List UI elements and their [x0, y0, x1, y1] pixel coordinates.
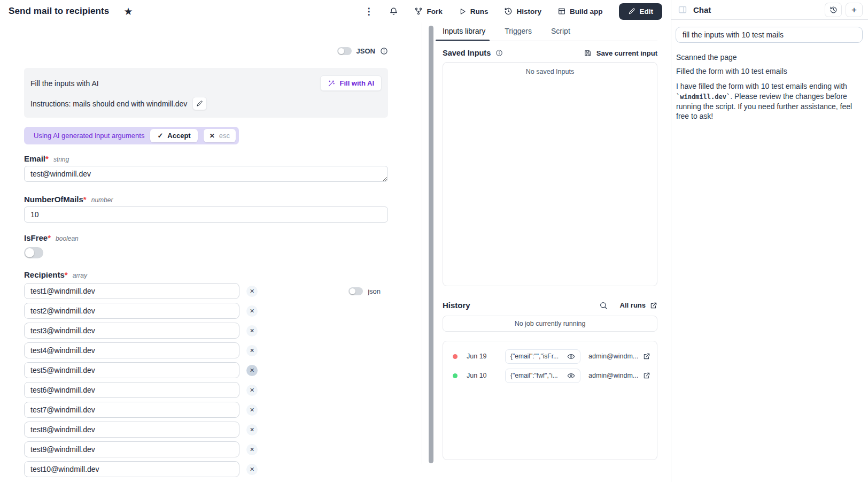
recipient-row: ✕ [24, 461, 388, 477]
kebab-icon: ⋮ [364, 7, 373, 16]
is-free-toggle[interactable] [24, 247, 43, 258]
open-run-button[interactable] [643, 353, 650, 360]
json-toggle-label: JSON [356, 47, 375, 55]
inputs-panel: Inputs library Triggers Script Saved Inp… [434, 22, 671, 482]
recipient-input[interactable] [24, 303, 239, 319]
build-app-label: Build app [570, 7, 603, 16]
panel-toggle-icon[interactable] [678, 5, 687, 14]
pane-edge-line [422, 22, 422, 464]
esc-label: esc [219, 132, 230, 140]
recipient-row: ✕ [24, 323, 388, 339]
run-user: admin@windm... [588, 353, 638, 360]
number-of-mails-input[interactable] [24, 206, 388, 223]
tab-triggers[interactable]: Triggers [505, 27, 532, 41]
new-chat-button[interactable]: + [846, 3, 863, 17]
fill-with-ai-button[interactable]: Fill with AI [320, 75, 382, 91]
bell-icon [389, 7, 398, 16]
recipients-json-toggle[interactable] [348, 287, 363, 295]
notifications-button[interactable] [389, 7, 398, 16]
recipient-input[interactable] [24, 362, 239, 378]
chat-header: Chat + [671, 0, 868, 20]
more-menu-button[interactable]: ⋮ [364, 7, 373, 16]
dismiss-esc-button[interactable]: ✕ esc [204, 129, 236, 142]
remove-recipient-button[interactable]: ✕ [246, 305, 258, 317]
external-link-icon [643, 353, 650, 360]
remove-recipient-button[interactable]: ✕ [246, 444, 258, 455]
fork-label: Fork [427, 7, 442, 16]
pane-resize-handle[interactable] [429, 26, 433, 463]
history-search-button[interactable] [599, 301, 608, 310]
remove-recipient-button[interactable]: ✕ [246, 404, 258, 416]
info-icon[interactable] [495, 49, 503, 57]
favorite-star-icon[interactable]: ★ [123, 6, 133, 17]
tab-inputs-library[interactable]: Inputs library [443, 27, 485, 41]
is-free-label: IsFree* [24, 233, 51, 242]
recipient-input[interactable] [24, 382, 239, 398]
number-of-mails-label: NumberOfMails* [24, 195, 87, 204]
json-view-toggle[interactable] [337, 47, 352, 55]
tab-script[interactable]: Script [551, 27, 570, 41]
remove-recipient-button[interactable]: ✕ [246, 464, 258, 475]
chat-status-message: Scanned the page [676, 53, 861, 62]
run-status-dot [453, 354, 458, 359]
fork-icon [414, 7, 423, 16]
fork-button[interactable]: Fork [414, 7, 442, 16]
remove-recipient-button[interactable]: ✕ [246, 424, 258, 435]
history-label: History [516, 7, 541, 16]
remove-recipient-button[interactable]: ✕ [246, 345, 258, 356]
eye-icon[interactable] [567, 372, 575, 380]
accept-button[interactable]: ✓ Accept [150, 129, 197, 142]
chat-input[interactable] [676, 27, 863, 43]
edit-button[interactable]: Edit [619, 3, 663, 20]
no-job-text: No job currently running [515, 320, 586, 327]
remove-recipient-button[interactable]: ✕ [246, 365, 258, 376]
magic-wand-icon [328, 80, 335, 87]
fill-with-ai-label: Fill with AI [339, 79, 374, 87]
recipients-type: array [73, 272, 87, 279]
recipient-row: ✕ [24, 342, 388, 358]
recipient-input[interactable] [24, 283, 239, 299]
open-run-button[interactable] [643, 372, 650, 379]
remove-recipient-button[interactable]: ✕ [246, 286, 258, 297]
required-asterisk: * [45, 154, 49, 163]
run-args-pill[interactable]: {"email":"fwf","i... [505, 369, 580, 383]
recipient-input[interactable] [24, 441, 239, 457]
email-type: string [53, 156, 69, 163]
recipient-row: ✕ [24, 402, 388, 418]
info-icon[interactable] [380, 47, 388, 55]
recipient-input[interactable] [24, 342, 239, 358]
run-args-pill[interactable]: {"email":"","isFr... [505, 349, 580, 364]
edit-label: Edit [640, 7, 654, 16]
recipient-row: ✕ [24, 422, 388, 438]
recipient-input[interactable] [24, 461, 239, 477]
run-args-preview: {"email":"","isFr... [510, 353, 563, 360]
email-input[interactable]: test@windmill.dev [24, 166, 388, 182]
runs-button[interactable]: Runs [459, 7, 489, 16]
build-app-button[interactable]: Build app [557, 7, 603, 16]
history-button[interactable]: History [504, 7, 541, 16]
check-icon: ✓ [157, 132, 163, 140]
history-run-row[interactable]: Jun 10 {"email":"fwf","i... admin@windm.… [449, 366, 650, 385]
chat-title: Chat [693, 5, 711, 14]
external-link-icon [650, 302, 657, 309]
recipient-input[interactable] [24, 402, 239, 418]
recipient-input[interactable] [24, 323, 239, 339]
eye-icon[interactable] [567, 353, 575, 361]
chat-messages: Scanned the page Filled the form with 10… [671, 43, 868, 121]
chat-history-button[interactable] [825, 3, 842, 17]
remove-recipient-button[interactable]: ✕ [246, 385, 258, 396]
recipient-row: ✕ [24, 382, 388, 398]
recipients-json-label: json [368, 287, 381, 295]
panel-tabs: Inputs library Triggers Script [443, 22, 657, 41]
edit-instructions-button[interactable] [192, 97, 207, 110]
remove-recipient-button[interactable]: ✕ [246, 325, 258, 336]
save-current-input-button[interactable]: Save current input [584, 49, 657, 57]
plus-icon: + [851, 5, 857, 14]
pencil-icon [196, 100, 203, 107]
all-runs-link[interactable]: All runs [620, 301, 657, 309]
recipient-input[interactable] [24, 422, 239, 438]
history-run-row[interactable]: Jun 19 {"email":"","isFr... admin@windm.… [449, 347, 650, 366]
ai-fill-box: Fill the inputs with AI Fill with AI Ins… [24, 68, 388, 118]
required-asterisk: * [65, 270, 68, 279]
number-of-mails-field-group: NumberOfMails* number [24, 195, 388, 223]
